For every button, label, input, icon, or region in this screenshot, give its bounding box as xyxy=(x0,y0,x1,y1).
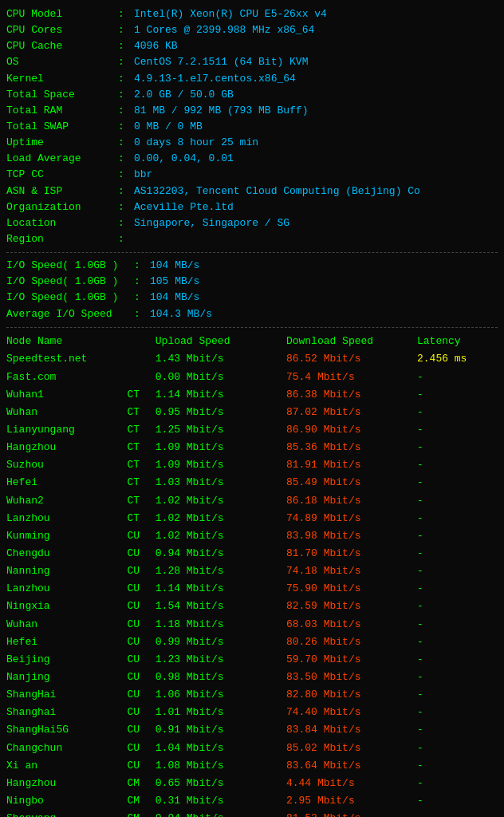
table-row: HefeiCT1.03 Mbit/s85.49 Mbit/s- xyxy=(6,474,498,491)
info-label: Total Space xyxy=(6,87,118,103)
isp-label: CT xyxy=(127,456,155,474)
isp-label: CU xyxy=(127,721,155,739)
latency-value: - xyxy=(417,562,498,580)
io-label: I/O Speed( 1.0GB ) xyxy=(6,290,134,306)
latency-value: - xyxy=(417,527,498,545)
io-row: Average I/O Speed: 104.3 MB/s xyxy=(6,306,498,322)
table-row: ShangHai5GCU0.91 Mbit/s83.84 Mbit/s- xyxy=(6,721,498,739)
upload-speed: 1.23 Mbit/s xyxy=(156,651,286,669)
info-value: 4096 KB xyxy=(134,38,178,54)
info-label: CPU Model xyxy=(6,6,118,22)
isp-label: CU xyxy=(127,740,155,757)
node-name: Wuhan1 xyxy=(6,386,127,404)
col-header-upload: Upload Speed xyxy=(156,333,286,351)
isp-label: CU xyxy=(127,545,155,562)
upload-speed: 1.08 Mbit/s xyxy=(156,757,286,775)
info-value: 81 MB / 992 MB (793 MB Buff) xyxy=(134,103,308,119)
system-info-row: ASN & ISP: AS132203, Tencent Cloud Compu… xyxy=(6,184,498,199)
node-name: Shenyang xyxy=(6,810,127,817)
table-row: BeijingCU1.23 Mbit/s59.70 Mbit/s- xyxy=(6,651,498,669)
system-info-row: CPU Model: Intel(R) Xeon(R) CPU E5-26xx … xyxy=(6,6,498,22)
download-speed: 83.64 Mbit/s xyxy=(286,757,417,775)
download-speed: 59.70 Mbit/s xyxy=(286,651,417,669)
info-colon: : xyxy=(118,135,134,151)
download-speed: 75.90 Mbit/s xyxy=(286,580,417,598)
io-value: 104.3 MB/s xyxy=(150,306,212,322)
node-name: Lanzhou xyxy=(6,510,127,527)
upload-speed: 0.94 Mbit/s xyxy=(156,545,286,562)
table-row: HangzhouCM0.65 Mbit/s4.44 Mbit/s- xyxy=(6,775,498,792)
io-colon: : xyxy=(134,258,150,274)
info-label: Load Average xyxy=(6,151,118,167)
table-row: WuhanCU1.18 Mbit/s68.03 Mbit/s- xyxy=(6,616,498,633)
upload-speed: 1.25 Mbit/s xyxy=(156,421,286,439)
download-speed: 75.4 Mbit/s xyxy=(286,369,417,386)
node-name: Wuhan2 xyxy=(6,492,127,510)
latency-value: - xyxy=(417,669,498,686)
latency-value: - xyxy=(417,404,498,421)
isp-label: CU xyxy=(127,704,155,721)
table-row: Xi anCU1.08 Mbit/s83.64 Mbit/s- xyxy=(6,757,498,775)
table-row: HangzhouCT1.09 Mbit/s85.36 Mbit/s- xyxy=(6,439,498,456)
latency-value: - xyxy=(417,633,498,651)
system-info-row: Organization: Aceville Pte.ltd xyxy=(6,199,498,215)
upload-speed: 1.02 Mbit/s xyxy=(156,492,286,510)
system-info-section: CPU Model: Intel(R) Xeon(R) CPU E5-26xx … xyxy=(6,6,498,247)
download-speed: 83.50 Mbit/s xyxy=(286,669,417,686)
system-info-row: Total Space: 2.0 GB / 50.0 GB xyxy=(6,87,498,103)
latency-value: 2.456 ms xyxy=(417,350,498,368)
table-row: LanzhouCT1.02 Mbit/s74.89 Mbit/s- xyxy=(6,510,498,527)
isp-label: CT xyxy=(127,439,155,456)
node-name: ShangHai5G xyxy=(6,721,127,739)
info-label: TCP CC xyxy=(6,167,118,183)
info-label: Kernel xyxy=(6,71,118,87)
isp-label: CU xyxy=(127,598,155,615)
node-name: Kunming xyxy=(6,527,127,545)
io-colon: : xyxy=(134,306,150,322)
system-info-row: Load Average: 0.00, 0.04, 0.01 xyxy=(6,151,498,167)
upload-speed: 0.65 Mbit/s xyxy=(156,775,286,792)
isp-label: CT xyxy=(127,510,155,527)
download-speed: 68.03 Mbit/s xyxy=(286,616,417,633)
upload-speed: 0.91 Mbit/s xyxy=(156,721,286,739)
isp-label: CU xyxy=(127,686,155,704)
info-label: Region xyxy=(6,231,118,247)
info-colon: : xyxy=(118,119,134,135)
io-speed-section: I/O Speed( 1.0GB ): 104 MB/sI/O Speed( 1… xyxy=(6,258,498,322)
table-row: NanningCU1.28 Mbit/s74.18 Mbit/s- xyxy=(6,562,498,580)
isp-label: CU xyxy=(127,580,155,598)
table-row: Fast.com0.00 Mbit/s75.4 Mbit/s- xyxy=(6,369,498,386)
latency-value: - xyxy=(417,740,498,757)
info-label: CPU Cores xyxy=(6,22,118,38)
isp-label: CU xyxy=(127,651,155,669)
speed-table: Node NameUpload SpeedDownload SpeedLaten… xyxy=(6,333,498,817)
upload-speed: 1.28 Mbit/s xyxy=(156,562,286,580)
download-speed: 85.49 Mbit/s xyxy=(286,474,417,491)
node-name: Lianyungang xyxy=(6,421,127,439)
upload-speed: 1.02 Mbit/s xyxy=(156,510,286,527)
latency-value: - xyxy=(417,598,498,615)
node-name: Nanning xyxy=(6,562,127,580)
upload-speed: 1.02 Mbit/s xyxy=(156,527,286,545)
io-label: Average I/O Speed xyxy=(6,306,134,322)
info-label: OS xyxy=(6,54,118,70)
latency-value: - xyxy=(417,580,498,598)
node-name: Chengdu xyxy=(6,545,127,562)
latency-value: - xyxy=(417,492,498,510)
upload-speed: 0.31 Mbit/s xyxy=(156,792,286,810)
isp-label: CT xyxy=(127,386,155,404)
info-label: Uptime xyxy=(6,135,118,151)
info-colon: : xyxy=(118,103,134,119)
io-row: I/O Speed( 1.0GB ): 105 MB/s xyxy=(6,274,498,290)
info-colon: : xyxy=(118,22,134,38)
download-speed: 74.40 Mbit/s xyxy=(286,704,417,721)
table-row: LianyungangCT1.25 Mbit/s86.90 Mbit/s- xyxy=(6,421,498,439)
download-speed: 83.84 Mbit/s xyxy=(286,721,417,739)
table-row: ShanghaiCU1.01 Mbit/s74.40 Mbit/s- xyxy=(6,704,498,721)
download-speed: 4.44 Mbit/s xyxy=(286,775,417,792)
download-speed: 86.52 Mbit/s xyxy=(286,350,417,368)
node-name: Xi an xyxy=(6,757,127,775)
latency-value: - xyxy=(417,721,498,739)
info-value: AS132203, Tencent Cloud Computing (Beiji… xyxy=(134,184,420,199)
upload-speed: 0.98 Mbit/s xyxy=(156,669,286,686)
